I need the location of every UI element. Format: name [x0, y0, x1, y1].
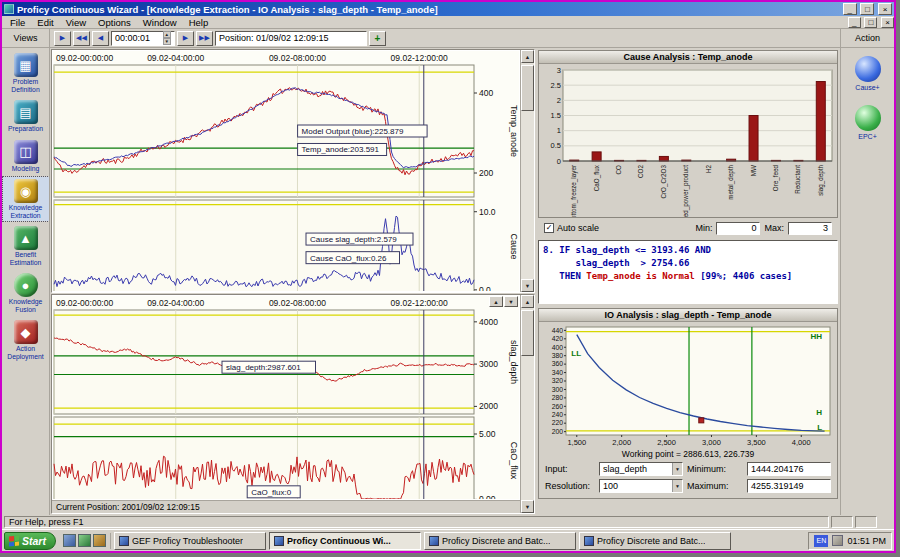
spin-down-icon[interactable]: ▼	[163, 38, 171, 45]
svg-text:1,500: 1,500	[567, 438, 586, 447]
resolution-value: 100	[603, 481, 618, 491]
pan-up-button[interactable]: ▲	[489, 296, 503, 307]
app-window: Proficy Continuous Wizard - [Knowledge E…	[0, 0, 896, 553]
svg-text:280: 280	[552, 394, 564, 401]
svg-text:Cause CaO_flux:0.26: Cause CaO_flux:0.26	[310, 254, 387, 263]
io-analysis-chart[interactable]: HHHLLL2002202402602803003203403603804004…	[539, 322, 837, 448]
min-field[interactable]: 0	[716, 222, 760, 235]
taskbar-task-4[interactable]: Proficy Discrete and Batc...	[579, 532, 731, 550]
update-button[interactable]: +	[369, 31, 386, 46]
scrollbar-track[interactable]	[521, 308, 534, 500]
action-deployment-icon: ◆	[14, 320, 38, 344]
spin-up-icon[interactable]: ▲	[163, 31, 171, 38]
svg-text:2: 2	[557, 96, 561, 105]
tray-icon[interactable]	[832, 535, 843, 546]
sidebar-item-modeling[interactable]: ◫ Modeling	[3, 138, 49, 175]
language-indicator[interactable]: EN	[814, 535, 828, 547]
menu-file[interactable]: File	[4, 17, 31, 28]
sidebar-item-knowledge-fusion[interactable]: ● Knowledge Fusion	[3, 271, 49, 315]
svg-text:0.00: 0.00	[479, 494, 496, 499]
menu-view[interactable]: View	[60, 17, 92, 28]
scroll-down-button[interactable]: ▼	[521, 279, 534, 292]
taskbar-task-3[interactable]: Proficy Discrete and Batc...	[424, 532, 576, 550]
rewind-button[interactable]: ◀◀	[73, 31, 90, 46]
trend-chart-slag-depth[interactable]: ▲ ▼ 09.02-00:00:0009.02-04:00:0009.02-08…	[51, 294, 535, 514]
sidebar-item-label: Problem Definition	[3, 78, 49, 93]
app-icon	[4, 4, 14, 14]
maximize-button[interactable]: □	[860, 3, 874, 15]
modeling-icon: ◫	[14, 140, 38, 164]
resize-grip[interactable]	[879, 516, 892, 528]
time-step-spinner[interactable]: ▲ ▼	[163, 31, 171, 45]
step-forward-button[interactable]: ▶	[177, 31, 194, 46]
resolution-field[interactable]: 100 ▼	[599, 479, 683, 493]
menu-options[interactable]: Options	[92, 17, 137, 28]
input-select[interactable]: slag_depth ▼	[599, 462, 683, 476]
slag-depth-trend-plot[interactable]: 09.02-00:00:0009.02-04:00:0009.02-08:00:…	[53, 296, 519, 499]
svg-text:400: 400	[552, 344, 564, 351]
mdi-close-button[interactable]: ×	[881, 17, 894, 28]
action-item-cause-plus[interactable]: Cause+	[855, 56, 881, 91]
auto-scale-checkbox[interactable]: ✓ Auto scale	[544, 223, 599, 233]
action-item-epc-plus[interactable]: EPC+	[855, 105, 881, 140]
menu-window[interactable]: Window	[137, 17, 183, 28]
sidebar-item-benefit-estimation[interactable]: ▲ Benefit Estimation	[3, 224, 49, 268]
benefit-estimation-icon: ▲	[14, 226, 38, 250]
svg-text:240: 240	[552, 411, 564, 418]
resolution-spinner[interactable]: ▼	[672, 480, 682, 492]
pan-down-button[interactable]: ▼	[504, 296, 518, 307]
time-step-field[interactable]: 00:00:01 ▲ ▼	[111, 31, 175, 46]
sidebar-item-preparation[interactable]: ▤ Preparation	[3, 98, 49, 135]
taskbar-task-2[interactable]: Proficy Continuous Wi...	[269, 532, 421, 550]
temp-anode-trend-plot[interactable]: 09.02-00:00:0009.02-04:00:0009.02-08:00:…	[53, 51, 519, 291]
svg-text:1.5: 1.5	[551, 111, 561, 120]
scroll-down-button[interactable]: ▼	[521, 500, 534, 513]
svg-text:3,000: 3,000	[702, 438, 721, 447]
taskbar-task-1[interactable]: GEF Proficy Troubleshooter	[114, 532, 266, 550]
action-item-label: Cause+	[855, 84, 879, 91]
scroll-up-button[interactable]: ▲	[521, 50, 534, 63]
menu-help[interactable]: Help	[183, 17, 215, 28]
svg-text:440: 440	[552, 327, 564, 334]
scroll-up-button[interactable]: ▲	[521, 295, 534, 308]
fast-forward-button[interactable]: ▶▶	[196, 31, 213, 46]
sidebar-item-action-deployment[interactable]: ◆ Action Deployment	[3, 318, 49, 362]
minimum-field[interactable]: 1444.204176	[747, 462, 831, 476]
io-analysis-panel: IO Analysis : slag_depth - Temp_anode HH…	[538, 308, 838, 499]
step-back-button[interactable]: ◀	[92, 31, 109, 46]
taskbar: Start GEF Proficy Troubleshooter Proficy…	[2, 529, 894, 551]
svg-text:3,500: 3,500	[747, 438, 766, 447]
position-field[interactable]: Position: 01/09/02 12:09:15	[215, 31, 367, 46]
action-item-label: EPC+	[858, 133, 876, 140]
views-panel-title: Views	[2, 29, 50, 47]
chart-bottom-scrollbar[interactable]: ▲ ▼	[520, 295, 534, 513]
quick-launch-icon[interactable]	[63, 534, 76, 547]
close-button[interactable]: ×	[878, 3, 892, 15]
maximum-field[interactable]: 4255.319149	[747, 479, 831, 493]
scrollbar-thumb[interactable]	[521, 310, 534, 356]
max-field[interactable]: 3	[788, 222, 832, 235]
quick-launch-icon[interactable]	[78, 534, 91, 547]
start-button[interactable]: Start	[4, 532, 56, 550]
play-button[interactable]: ▶	[54, 31, 71, 46]
trend-chart-temp-anode[interactable]: 09.02-00:00:0009.02-04:00:0009.02-08:00:…	[51, 49, 535, 293]
mdi-minimize-button[interactable]: _	[848, 17, 861, 28]
mdi-restore-button[interactable]: □	[864, 17, 877, 28]
menu-edit[interactable]: Edit	[31, 17, 59, 28]
quick-launch-icon[interactable]	[93, 534, 106, 547]
scrollbar-track[interactable]	[521, 63, 534, 279]
minimize-button[interactable]: _	[843, 3, 857, 15]
sidebar-item-problem-definition[interactable]: ▦ Problem Definition	[3, 51, 49, 95]
svg-text:0.0: 0.0	[479, 285, 491, 291]
svg-text:Reductant: Reductant	[794, 165, 801, 194]
sidebar-item-knowledge-extraction[interactable]: ◉ Knowledge Extraction	[3, 177, 49, 221]
svg-text:H: H	[816, 408, 822, 417]
chart-top-scrollbar[interactable]: ▲ ▼	[520, 50, 534, 292]
svg-text:4,000: 4,000	[792, 438, 811, 447]
dropdown-arrow-icon[interactable]: ▼	[672, 463, 682, 475]
cause-analysis-title: Cause Analysis : Temp_anode	[539, 51, 837, 64]
cause-analysis-panel: Cause Analysis : Temp_anode 00.511.522.5…	[538, 50, 838, 218]
scrollbar-thumb[interactable]	[521, 65, 534, 111]
cause-analysis-bar-chart[interactable]: 00.511.522.53Bottom_freeze_layerCaO_flux…	[539, 64, 837, 217]
status-cell	[855, 516, 877, 528]
